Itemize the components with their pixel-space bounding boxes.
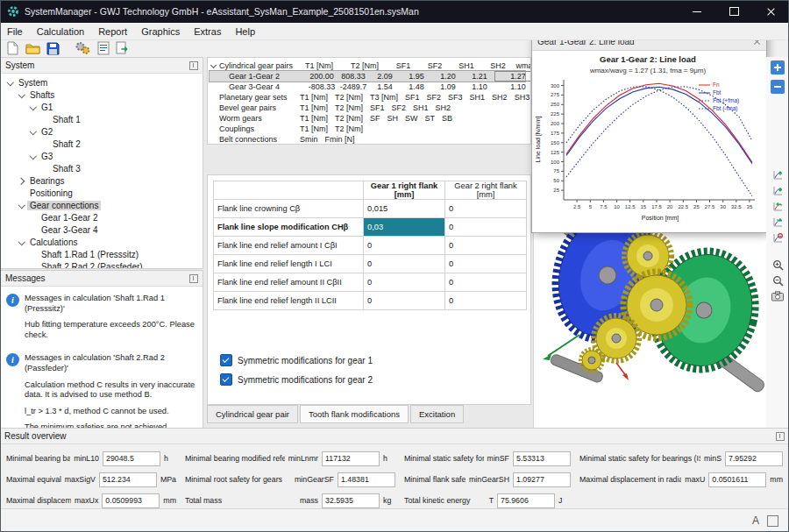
gear-col-header: T1 [Nm] [296, 124, 331, 133]
titlebar[interactable]: SystemManager - GWJ Technology GmbH - eA… [0, 0, 789, 23]
tree-item-shaft-2-rad-2-passfeder[interactable]: Shaft 2.Rad 2 (Passfeder) [3, 260, 203, 269]
system-tree: SystemShaftsG1Shaft 1G2Shaft 2G3Shaft 3B… [1, 74, 203, 269]
maximize-button[interactable] [715, 0, 752, 23]
tree-item-shaft-1-rad-1-presssitz[interactable]: Shaft 1.Rad 1 (Presssitz) [3, 248, 203, 260]
open-file-button[interactable] [25, 40, 40, 56]
result-value: 117132 [322, 451, 380, 466]
result-code: maxUx [75, 496, 98, 505]
checkbox-checked-icon[interactable] [220, 373, 232, 386]
tab-excitation[interactable]: Excitation [410, 405, 464, 423]
chevron-down-icon[interactable] [29, 103, 38, 111]
gear-group-couplings[interactable]: CouplingsT1 [Nm]T2 [Nm] [210, 124, 525, 134]
tree-item-g3[interactable]: G3 [3, 150, 203, 162]
gear-group-cylindrical-gear-pairs[interactable]: Cylindrical gear pairsT1 [Nm]T2 [Nm]SF1S… [210, 60, 525, 71]
curve-shift-right-button[interactable] [772, 216, 784, 228]
export-report-button[interactable] [116, 40, 130, 56]
tab-cylindrical-gear-pair[interactable]: Cylindrical gear pair [207, 405, 298, 423]
mod-value-cell[interactable]: 0 [364, 292, 445, 310]
checkbox-row-symmetric-modifications-for-gear-2[interactable]: Symmetric modifications for gear 2 [220, 373, 373, 386]
add-diagram-button[interactable] [771, 60, 785, 74]
message-title: Messages in calculation 'Shaft 1.Rad 1 (… [25, 294, 199, 314]
gear-group-belt-connections[interactable]: Belt connectionsSminFmin [N] [210, 134, 525, 145]
tree-item-positioning[interactable]: Positioning [3, 187, 203, 199]
gear-group-planetary-gear-sets[interactable]: Planetary gear setsT1 [Nm]T2 [Nm]T3 [Nm]… [210, 92, 525, 103]
gear-pair-row-gear-3-gear-4[interactable]: Gear 3-Gear 4-808.33-2489.71.541.481.091… [210, 82, 525, 92]
mod-value-cell[interactable]: 0 [445, 218, 527, 237]
save-button[interactable] [46, 40, 60, 56]
snapshot-button[interactable] [771, 291, 784, 301]
tree-item-gear-3-gear-4[interactable]: Gear 3-Gear 4 [3, 223, 203, 236]
report-button[interactable] [97, 40, 110, 56]
tree-item-shaft-1[interactable]: Shaft 1 [3, 113, 203, 125]
menu-item-file[interactable]: File [0, 23, 30, 39]
chevron-right-icon[interactable] [18, 176, 26, 185]
mod-header-row: Gear 1 right flank [mm]Gear 2 right flan… [214, 181, 527, 200]
tree-spacer [40, 139, 49, 148]
chevron-down-icon[interactable] [6, 78, 15, 87]
mod-value-cell[interactable]: 0 [364, 273, 445, 292]
curve-scale-down-button[interactable] [772, 185, 784, 196]
calculate-button[interactable] [75, 40, 91, 56]
chevron-down-icon[interactable] [29, 152, 38, 160]
mod-value-cell[interactable]: 0 [445, 200, 527, 218]
tree-spacer [40, 115, 49, 124]
chevron-down-icon[interactable] [210, 62, 217, 70]
curve-shift-left-button[interactable] [772, 201, 784, 212]
mod-value-cell[interactable]: 0 [445, 237, 527, 255]
tree-item-g1[interactable]: G1 [3, 101, 203, 113]
tree-item-g2[interactable]: G2 [3, 125, 203, 138]
curve-scale-up-button[interactable] [772, 169, 784, 181]
mod-value-cell[interactable]: 0,015 [364, 200, 445, 218]
dock-pin-icon[interactable] [189, 274, 198, 283]
menu-item-extras[interactable]: Extras [187, 23, 228, 39]
gear-pair-value: 1.95 [401, 72, 432, 81]
checkbox-checked-icon[interactable] [220, 354, 232, 366]
mod-value-cell[interactable]: 0 [445, 273, 527, 292]
gear-col-header: SB [438, 114, 456, 123]
dock-pin-icon[interactable] [189, 61, 198, 70]
gear-pair-value: 1.21 [464, 72, 495, 81]
remove-diagram-button[interactable] [771, 80, 785, 94]
menu-item-calculation[interactable]: Calculation [30, 23, 91, 39]
tree-item-shaft-3[interactable]: Shaft 3 [3, 162, 203, 174]
annotation-a-icon[interactable] [752, 515, 759, 526]
selection-frame-icon[interactable] [767, 515, 778, 527]
menu-item-report[interactable]: Report [91, 23, 134, 39]
gear-group-worm-gears[interactable]: Worm gearsT1 [Nm]T2 [Nm]SFSHSWSTSB [210, 113, 525, 124]
dock-pin-icon[interactable] [776, 432, 785, 441]
chevron-down-icon[interactable] [18, 201, 26, 209]
menu-item-graphics[interactable]: Graphics [134, 23, 187, 39]
tree-item-calculations[interactable]: Calculations [3, 236, 203, 248]
tree-item-system[interactable]: System [3, 76, 203, 89]
chevron-down-icon[interactable] [18, 238, 26, 246]
curve-reset-button[interactable] [772, 232, 784, 244]
tree-item-gear-connections[interactable]: Gear connections [3, 199, 203, 211]
mod-value-cell[interactable]: 0 [445, 292, 527, 310]
tab-tooth-flank-modifications[interactable]: Tooth flank modifications [300, 405, 409, 423]
gear-group-bevel-gear-pairs[interactable]: Bevel gear pairsT1 [Nm]T2 [Nm]SF1SF2SH1S… [210, 103, 525, 113]
mod-value-cell[interactable]: 0,03 [364, 218, 445, 237]
tree-item-bearings[interactable]: Bearings [3, 174, 203, 187]
svg-text:Fn: Fn [713, 82, 720, 88]
mod-value-cell[interactable]: 0 [364, 255, 445, 273]
gear-pair-row-gear-1-gear-2[interactable]: Gear 1-Gear 2200.00808.332.091.951.201.2… [210, 71, 525, 82]
gt-spacer [210, 94, 217, 102]
new-file-button[interactable] [6, 40, 19, 56]
checkbox-row-symmetric-modifications-for-gear-1[interactable]: Symmetric modifications for gear 1 [220, 354, 373, 366]
tree-item-shaft-2[interactable]: Shaft 2 [3, 138, 203, 150]
close-button[interactable] [752, 0, 789, 23]
menu-item-help[interactable]: Help [228, 23, 262, 39]
mod-row-label: Flank line end relief amount II CβII [214, 273, 364, 292]
mod-value-cell[interactable]: 0 [445, 255, 527, 273]
gt-spacer [210, 73, 217, 81]
mod-value-cell[interactable]: 0 [364, 237, 445, 255]
minimize-button[interactable] [679, 0, 715, 23]
message-item: Messages in calculation 'Shaft 2.Rad 2 (… [1, 346, 203, 429]
tree-item-shafts[interactable]: Shafts [3, 89, 203, 101]
checkbox-label: Symmetric modifications for gear 2 [238, 375, 373, 385]
zoom-out-button[interactable] [772, 275, 784, 287]
tree-item-gear-1-gear-2[interactable]: Gear 1-Gear 2 [3, 211, 203, 223]
zoom-in-button[interactable] [772, 259, 784, 271]
chevron-down-icon[interactable] [29, 127, 38, 136]
chevron-down-icon[interactable] [18, 90, 26, 99]
